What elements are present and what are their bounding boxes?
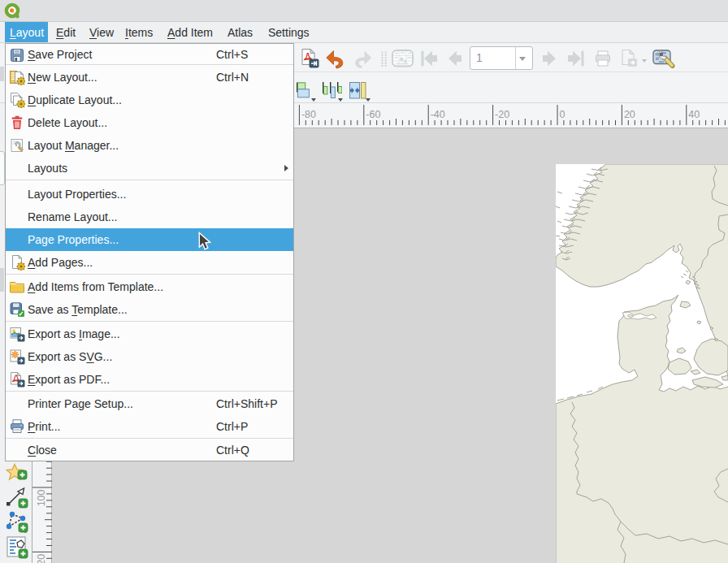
svg-text:120: 120 [36,554,47,563]
svg-text:0: 0 [560,109,566,120]
svg-text:40: 40 [688,109,700,120]
svg-text:-60: -60 [366,109,380,120]
svg-text:20: 20 [624,109,635,120]
svg-text:-20: -20 [495,109,509,120]
svg-text:100: 100 [36,489,47,506]
svg-text:-80: -80 [301,109,316,120]
svg-text:-40: -40 [431,109,445,120]
